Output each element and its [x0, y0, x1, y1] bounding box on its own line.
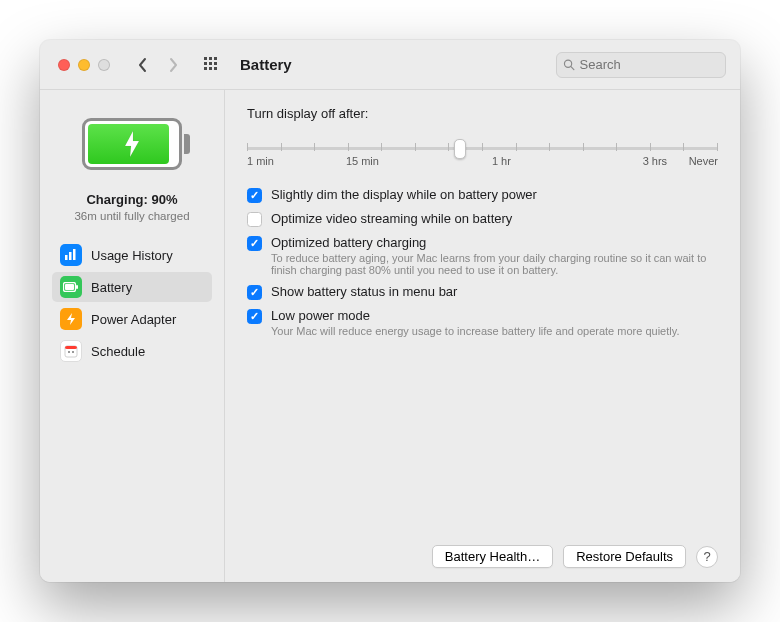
sidebar-item-label: Battery: [91, 280, 132, 295]
svg-rect-7: [209, 67, 212, 70]
checkbox[interactable]: [247, 285, 262, 300]
sidebar-item-label: Usage History: [91, 248, 173, 263]
toolbar: Battery: [40, 40, 740, 90]
option-label: Slightly dim the display while on batter…: [271, 187, 537, 202]
slider-tick-label: 3 hrs: [643, 155, 667, 167]
option-description: Your Mac will reduce energy usage to inc…: [271, 325, 679, 337]
svg-rect-11: [65, 255, 68, 260]
slider-ticks: [247, 143, 718, 151]
checkbox[interactable]: [247, 188, 262, 203]
svg-rect-6: [204, 67, 207, 70]
options-list: Slightly dim the display while on batter…: [247, 187, 718, 337]
display-off-label: Turn display off after:: [247, 106, 718, 121]
slider-tick-label: 15 min: [346, 155, 379, 167]
svg-rect-8: [214, 67, 217, 70]
svg-rect-2: [214, 57, 217, 60]
svg-rect-12: [69, 252, 72, 260]
svg-rect-13: [73, 249, 76, 260]
bolt-icon: [122, 129, 142, 159]
preferences-window: Battery Charging: 90% 36m until fully ch…: [40, 40, 740, 582]
charging-status: Charging: 90%: [86, 192, 177, 207]
svg-line-10: [571, 67, 574, 70]
svg-rect-18: [65, 346, 77, 349]
slider-thumb[interactable]: [454, 139, 466, 159]
option-optimized-charging[interactable]: Optimized battery charging To reduce bat…: [247, 235, 718, 276]
schedule-icon: [60, 340, 82, 362]
checkbox[interactable]: [247, 212, 262, 227]
slider-tick-label: Never: [689, 155, 718, 167]
option-optimize-video[interactable]: Optimize video streaming while on batter…: [247, 211, 718, 227]
power-adapter-icon: [60, 308, 82, 330]
sidebar-item-label: Power Adapter: [91, 312, 176, 327]
close-window-button[interactable]: [58, 59, 70, 71]
option-label: Low power mode: [271, 308, 679, 323]
page-title: Battery: [240, 56, 292, 73]
sidebar-item-usage-history[interactable]: Usage History: [52, 240, 212, 270]
slider-tick-label: 1 min: [247, 155, 274, 167]
svg-rect-4: [209, 62, 212, 65]
battery-health-button[interactable]: Battery Health…: [432, 545, 553, 568]
footer: Battery Health… Restore Defaults ?: [247, 533, 718, 568]
search-input[interactable]: [580, 57, 719, 72]
show-all-button[interactable]: [200, 53, 224, 77]
option-label: Optimized battery charging: [271, 235, 711, 250]
svg-rect-3: [204, 62, 207, 65]
option-label: Optimize video streaming while on batter…: [271, 211, 512, 226]
battery-icon: [60, 276, 82, 298]
sidebar-item-schedule[interactable]: Schedule: [52, 336, 212, 366]
svg-rect-0: [204, 57, 207, 60]
zoom-window-button[interactable]: [98, 59, 110, 71]
option-low-power-mode[interactable]: Low power mode Your Mac will reduce ener…: [247, 308, 718, 337]
display-sleep-slider[interactable]: 1 min 15 min 1 hr 3 hrs Never: [247, 131, 718, 173]
checkbox[interactable]: [247, 309, 262, 324]
window-controls: [58, 59, 110, 71]
main-pane: Turn display off after: 1 min 15 min 1 h…: [225, 90, 740, 582]
forward-button[interactable]: [162, 53, 184, 77]
sidebar-item-power-adapter[interactable]: Power Adapter: [52, 304, 212, 334]
svg-rect-1: [209, 57, 212, 60]
sidebar-item-label: Schedule: [91, 344, 145, 359]
option-description: To reduce battery aging, your Mac learns…: [271, 252, 711, 276]
checkbox[interactable]: [247, 236, 262, 251]
slider-tick-label: 1 hr: [492, 155, 511, 167]
svg-rect-15: [65, 284, 74, 290]
sidebar: Charging: 90% 36m until fully charged Us…: [40, 90, 225, 582]
svg-rect-19: [68, 351, 70, 353]
restore-defaults-button[interactable]: Restore Defaults: [563, 545, 686, 568]
option-label: Show battery status in menu bar: [271, 284, 457, 299]
option-dim-display[interactable]: Slightly dim the display while on batter…: [247, 187, 718, 203]
search-icon: [563, 58, 575, 71]
sidebar-item-battery[interactable]: Battery: [52, 272, 212, 302]
usage-history-icon: [60, 244, 82, 266]
svg-rect-20: [72, 351, 74, 353]
sidebar-nav: Usage History Battery Power Adapter: [52, 240, 212, 366]
help-button[interactable]: ?: [696, 546, 718, 568]
search-field[interactable]: [556, 52, 726, 78]
back-button[interactable]: [132, 53, 154, 77]
battery-hero-icon: [82, 118, 182, 170]
charging-substatus: 36m until fully charged: [74, 210, 189, 222]
svg-rect-5: [214, 62, 217, 65]
svg-rect-16: [76, 285, 78, 289]
option-menubar-status[interactable]: Show battery status in menu bar: [247, 284, 718, 300]
minimize-window-button[interactable]: [78, 59, 90, 71]
